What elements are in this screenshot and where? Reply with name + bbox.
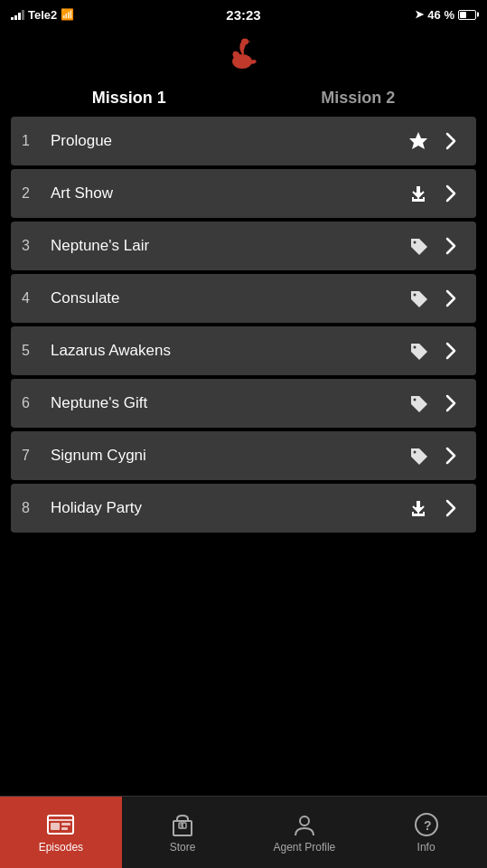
episode-name-6: Neptune's Gift [43,394,404,412]
tag-icon [407,445,429,467]
episode-number-3: 3 [22,238,43,254]
episode-item-4[interactable]: 4Consulate [11,274,476,323]
signal-icon [11,9,24,20]
tag-icon [407,340,429,362]
tab-episodes[interactable]: Episodes [0,797,122,868]
tag-icon [407,235,429,257]
episode-actions-4 [404,284,465,313]
svg-text:?: ? [424,818,432,833]
info-icon: ? [412,812,441,837]
status-right: ➤ 46 % [415,8,476,22]
download-icon-2 [404,179,433,208]
tab-bar: Episodes $ Store Agent Profile ? [0,796,487,868]
svg-point-7 [414,241,417,244]
tag-icon-6 [404,389,433,418]
mission2-tab[interactable]: Mission 2 [321,89,395,108]
svg-point-11 [414,451,417,454]
mission-tabs: Mission 1 Mission 2 [0,83,487,117]
episode-item-7[interactable]: 7Signum Cygni [11,431,476,480]
episode-actions-6 [404,389,465,418]
battery-percent: 46 % [427,8,454,22]
tag-icon [407,288,429,309]
episode-name-7: Signum Cygni [43,447,404,465]
tag-icon-5 [404,336,433,365]
svg-rect-19 [61,827,68,830]
svg-text:$: $ [180,823,183,830]
tab-info[interactable]: ? Info [365,797,487,868]
svg-marker-2 [409,132,427,149]
episode-item-1[interactable]: 1Prologue [11,117,476,165]
tag-icon-4 [404,284,433,313]
episode-item-5[interactable]: 5Lazarus Awakens [11,326,476,375]
episode-actions-5 [404,336,465,365]
chevron-right-icon-2 [436,179,465,208]
tab-store-label: Store [170,841,196,854]
episode-name-2: Art Show [43,184,404,203]
star-icon [407,130,429,152]
tab-episodes-label: Episodes [39,841,83,854]
chevron-right-icon-8 [436,494,465,523]
svg-rect-5 [417,186,420,195]
episode-name-1: Prologue [43,132,404,150]
download-icon [407,497,429,519]
time-label: 23:23 [226,7,260,23]
episode-item-2[interactable]: 2Art Show [11,169,476,218]
episode-actions-8 [404,494,465,523]
chevron-right-icon-5 [436,336,465,365]
episode-name-5: Lazarus Awakens [43,342,404,360]
svg-rect-6 [413,199,424,201]
episode-actions-2 [404,179,465,208]
svg-point-24 [300,816,309,826]
chevron-right-icon-6 [436,389,465,418]
episode-name-8: Holiday Party [43,499,404,517]
status-left: Tele2 📶 [11,8,74,22]
tag-icon-3 [404,231,433,260]
carrier-label: Tele2 [28,8,57,22]
battery-icon [458,10,476,20]
episode-actions-7 [404,441,465,470]
agent-profile-icon [290,812,319,837]
episode-item-8[interactable]: 8Holiday Party [11,484,476,533]
episode-number-6: 6 [22,395,43,411]
episode-number-1: 1 [22,133,43,149]
episode-number-8: 8 [22,500,43,516]
app-logo [0,27,487,83]
svg-point-8 [414,294,417,297]
tab-info-label: Info [417,841,435,854]
svg-point-10 [414,399,417,401]
chevron-right-icon-7 [436,441,465,470]
star-icon-1 [404,127,433,156]
svg-point-9 [414,346,417,349]
episode-number-5: 5 [22,343,43,359]
mission1-tab[interactable]: Mission 1 [92,89,166,108]
wifi-icon: 📶 [61,8,74,21]
tag-icon [407,392,429,414]
chevron-right-icon-3 [436,231,465,260]
chevron-right-icon-1 [436,127,465,156]
svg-rect-14 [417,501,420,510]
episodes-icon [46,812,75,837]
chevron-right-icon-4 [436,284,465,313]
status-bar: Tele2 📶 23:23 ➤ 46 % [0,0,487,27]
episode-name-4: Consulate [43,289,404,307]
tab-agent-profile[interactable]: Agent Profile [244,797,366,868]
episode-actions-3 [404,231,465,260]
episode-item-3[interactable]: 3Neptune's Lair [11,222,476,270]
episode-actions-1 [404,127,465,156]
episode-number-2: 2 [22,185,43,202]
episode-name-3: Neptune's Lair [43,237,404,255]
svg-rect-17 [51,823,60,830]
svg-rect-15 [413,514,424,515]
swan-logo-svg [222,34,266,78]
svg-rect-18 [61,823,70,826]
episode-number-4: 4 [22,290,43,307]
download-icon [407,183,429,204]
episode-item-6[interactable]: 6Neptune's Gift [11,379,476,428]
store-icon: $ [168,812,197,837]
tab-store[interactable]: $ Store [122,797,244,868]
tag-icon-7 [404,441,433,470]
episode-list: 1Prologue 2Art Show 3Neptune's Lair 4Con… [0,117,487,533]
download-icon-8 [404,494,433,523]
episode-number-7: 7 [22,448,43,464]
tab-agent-profile-label: Agent Profile [274,841,336,854]
